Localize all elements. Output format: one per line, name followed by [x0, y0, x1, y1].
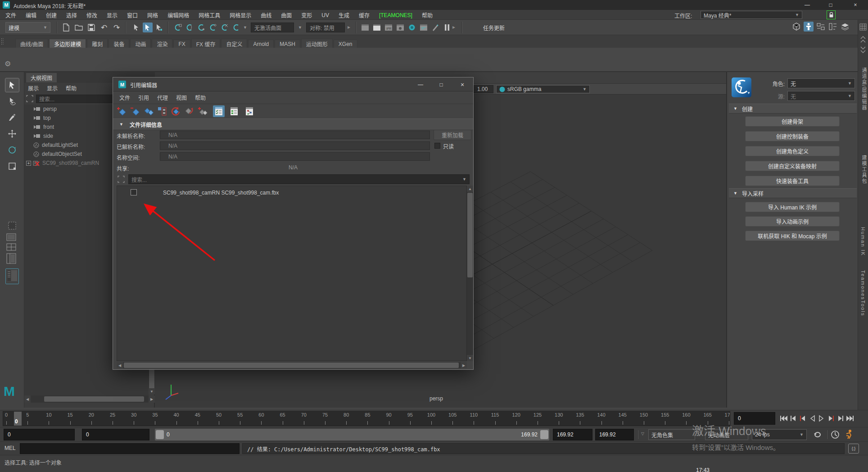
render-settings-icon[interactable] — [407, 23, 417, 32]
gear-icon[interactable]: ⚙ — [5, 59, 11, 68]
scroll-left-icon[interactable]: ◀ — [24, 395, 31, 403]
layout-single-pane-icon[interactable] — [6, 233, 16, 242]
minimize-button[interactable]: — — [796, 0, 818, 10]
namespace-field[interactable]: N/A — [160, 152, 430, 161]
step-forward-frame-icon[interactable] — [836, 412, 845, 425]
menubar-item[interactable]: 网格工具 — [199, 11, 220, 19]
select-hierarchy-icon[interactable] — [131, 23, 141, 32]
make-live-icon[interactable] — [231, 23, 241, 32]
remove-reference-icon[interactable] — [130, 106, 140, 116]
import-button[interactable]: 导入 Human IK 示例 — [745, 202, 840, 212]
import-button[interactable]: 联机获取 HIK 和 Mocap 示例 — [745, 231, 840, 241]
unresolved-name-field[interactable]: N/A — [160, 131, 430, 139]
menubar-item[interactable]: 创建 — [46, 11, 57, 19]
menubar-item[interactable]: 曲线 — [261, 11, 271, 19]
side-tab[interactable]: 建模工具包 — [860, 155, 868, 184]
chevron-down-icon[interactable]: ▽ — [698, 431, 701, 436]
open-scene-icon[interactable] — [74, 23, 84, 32]
chevron-down-icon[interactable]: ▽ — [641, 431, 644, 436]
scrollbar-handle[interactable] — [124, 363, 459, 368]
menubar-item[interactable]: 编辑 — [26, 11, 36, 19]
sidebar-split-horizontal-icon[interactable] — [816, 22, 826, 32]
menubar-item[interactable]: 帮助 — [422, 11, 433, 19]
layout-four-pane-icon[interactable] — [6, 243, 16, 252]
menubar-item[interactable]: 编辑网格 — [167, 11, 189, 19]
shelf-tab[interactable]: 曲线/曲面 — [15, 39, 48, 49]
chevron-down-icon[interactable]: ▼ — [298, 25, 302, 30]
loop-icon[interactable] — [812, 430, 823, 441]
create-button[interactable]: 快速装备工具 — [745, 176, 840, 186]
shelf-tab[interactable]: 自定义 — [221, 39, 247, 49]
snap-to-curve-icon[interactable] — [185, 23, 194, 32]
strip-collapse-icon[interactable] — [860, 35, 866, 54]
redo-icon[interactable]: ↷ — [112, 23, 122, 32]
playback-end-field[interactable]: 169.92 — [553, 429, 592, 440]
expand-icon[interactable]: + — [26, 161, 31, 166]
scroll-down-icon[interactable]: ▼ — [149, 388, 155, 395]
fps-selector[interactable]: 24 fps▼ — [752, 429, 807, 440]
play-backwards-icon[interactable] — [807, 412, 817, 425]
character-selector[interactable]: 无▼ — [787, 78, 855, 88]
menubar-item[interactable]: 文件 — [5, 11, 16, 19]
layout-two-pane-icon[interactable] — [6, 253, 16, 265]
dialog-maximize-button[interactable]: □ — [431, 77, 452, 91]
shelf-tab[interactable]: 多边形建模 — [49, 39, 86, 49]
menubar-item[interactable]: 缓存 — [359, 11, 370, 19]
select-object-icon[interactable] — [143, 23, 153, 32]
animation-end-field[interactable]: 169.92 — [595, 429, 634, 440]
create-button[interactable]: 创建控制装备 — [745, 131, 840, 141]
reference-item-label[interactable]: SC99_shot998_camRN SC99_shot998_cam.fbx — [163, 190, 279, 196]
snap-view-plane-icon[interactable] — [220, 23, 230, 32]
menubar-item[interactable]: [TEAMONES] — [379, 12, 412, 18]
create-button[interactable]: 创建角色定义 — [745, 146, 840, 156]
unload-reference-icon[interactable] — [184, 106, 194, 116]
mel-label[interactable]: MEL — [5, 445, 16, 451]
range-start-handle[interactable] — [156, 430, 164, 439]
detail-view-icon[interactable] — [228, 105, 240, 117]
create-button[interactable]: 创建骨架 — [745, 116, 840, 127]
dialog-menu-item[interactable]: 文件 — [119, 94, 130, 101]
rotate-tool-icon[interactable] — [5, 143, 19, 157]
source-selector[interactable]: 无▼ — [787, 91, 855, 101]
snap-projected-center-icon[interactable] — [208, 23, 218, 32]
step-back-frame-icon[interactable] — [788, 412, 798, 425]
search-filter-icon[interactable] — [118, 176, 126, 183]
no-live-surface-field[interactable]: 无激活曲面 — [251, 23, 294, 32]
reload-button[interactable]: 重新加载 — [434, 130, 471, 140]
sidebar-cube-icon[interactable] — [791, 22, 801, 32]
create-button[interactable]: 创建自定义装备映射 — [745, 161, 840, 171]
ipr-render-icon[interactable]: IPR — [384, 23, 393, 32]
scroll-right-icon[interactable]: ▶ — [149, 395, 155, 403]
list-view-icon[interactable] — [213, 105, 225, 117]
collapse-arrow-icon[interactable]: ▸ — [452, 24, 455, 30]
render-setup-icon[interactable] — [419, 23, 429, 32]
import-section-header[interactable]: ▼ 导入采样 — [729, 188, 857, 198]
playback-start-field[interactable]: 0 — [82, 429, 149, 440]
layout-outliner-persp-icon[interactable] — [5, 268, 19, 284]
undo-icon[interactable]: ↶ — [99, 23, 109, 32]
workspace-selector[interactable]: Maya 经典*▼ — [701, 11, 802, 19]
shelf-tab[interactable]: 装备 — [108, 39, 129, 49]
sidebar-layers-icon[interactable] — [840, 22, 850, 32]
auto-key-runner-icon[interactable] — [844, 429, 854, 441]
step-forward-key-icon[interactable] — [826, 412, 836, 425]
step-back-key-icon[interactable] — [798, 412, 807, 425]
workspace-lock-icon[interactable] — [827, 10, 836, 19]
strip-grid-icon[interactable] — [859, 23, 867, 32]
create-proxy-icon[interactable] — [198, 106, 208, 116]
side-tab[interactable]: 通道盒/层编辑器 — [860, 68, 868, 111]
paint-select-tool-icon[interactable] — [5, 111, 19, 124]
dialog-horizontal-scrollbar[interactable] — [123, 362, 461, 368]
dialog-menu-item[interactable]: 帮助 — [195, 94, 206, 101]
scale-tool-icon[interactable] — [5, 159, 19, 173]
scrollbar-handle[interactable] — [467, 193, 473, 277]
last-tool-icon[interactable] — [5, 219, 19, 232]
close-button[interactable]: × — [843, 0, 868, 10]
menubar-item[interactable]: 曲面 — [281, 11, 292, 19]
outliner-horizontal-scrollbar[interactable] — [31, 395, 149, 403]
scrollbar-handle[interactable] — [44, 396, 144, 402]
script-editor-icon[interactable]: {;} — [848, 444, 859, 454]
resolved-name-field[interactable]: N/A — [160, 141, 430, 150]
dialog-menu-item[interactable]: 视图 — [176, 94, 187, 101]
side-tab[interactable]: TeamonesTools — [860, 270, 866, 316]
